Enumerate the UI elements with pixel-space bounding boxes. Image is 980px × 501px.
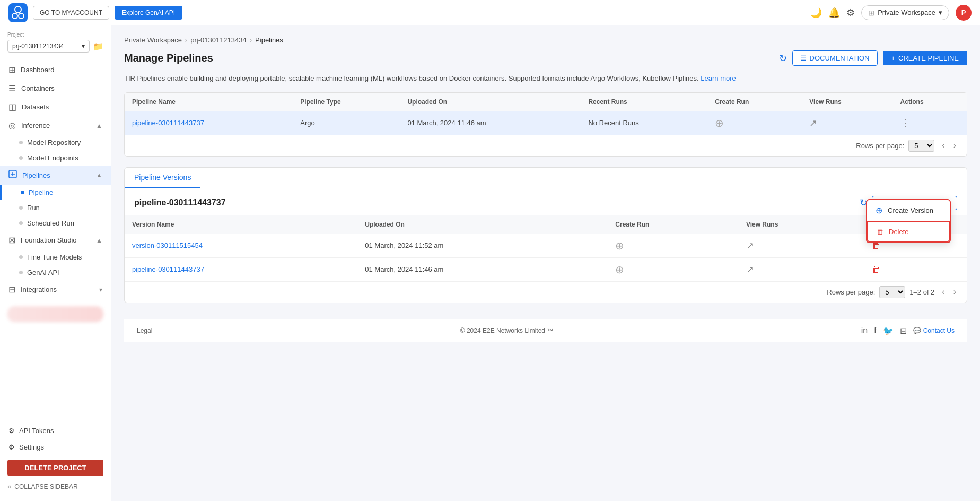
folder-icon[interactable]: 📁 — [93, 41, 103, 51]
version-create-run-icon-2[interactable]: ⊕ — [615, 264, 624, 275]
sidebar-item-label-inference: Inference — [21, 122, 50, 129]
versions-rows-per-page-select[interactable]: 5 10 — [879, 286, 905, 298]
sidebar-item-model-endpoints[interactable]: Model Endpoints — [0, 150, 111, 166]
sidebar-item-model-repository[interactable]: Model Repository — [0, 135, 111, 150]
integrations-expand-icon: ▾ — [99, 286, 102, 293]
sidebar-item-genai-api[interactable]: GenAI API — [0, 265, 111, 280]
sidebar-item-foundation-studio[interactable]: ⊠ Foundation Studio ▲ — [0, 231, 111, 249]
dark-mode-icon[interactable]: 🌙 — [810, 7, 822, 19]
collapse-sidebar-button[interactable]: « COLLAPSE SIDEBAR — [7, 480, 103, 493]
sidebar-item-datasets[interactable]: ◫ Datasets — [0, 98, 111, 116]
col-version-view-runs: View Runs — [739, 215, 864, 234]
cell-pipeline-name: pipeline-030111443737 — [125, 111, 293, 135]
row-actions-menu-icon[interactable]: ⋮ — [900, 118, 910, 128]
version-name-link-2[interactable]: pipeline-030111443737 — [132, 265, 204, 273]
delete-trash-icon: 🗑 — [877, 228, 883, 236]
versions-pagination-next-button[interactable]: › — [950, 286, 959, 298]
sidebar-item-dashboard[interactable]: ⊞ Dashboard — [0, 61, 111, 79]
project-label: Project — [7, 32, 103, 38]
cell-recent-runs: No Recent Runs — [581, 111, 707, 135]
sub-dot-model-repository — [19, 141, 23, 144]
versions-pagination-nav: ‹ › — [939, 286, 959, 298]
sub-dot-pipeline — [21, 191, 24, 194]
col-version-uploaded-on: Uploaded On — [357, 215, 608, 234]
view-runs-icon[interactable]: ↗ — [809, 118, 817, 128]
breadcrumb-project-id[interactable]: prj-013011213434 — [190, 36, 247, 44]
sidebar-item-api-tokens[interactable]: ⚙ API Tokens — [7, 422, 103, 439]
versions-rows-per-page-label: Rows per page: — [827, 288, 875, 296]
learn-more-link[interactable]: Learn more — [701, 74, 736, 82]
workspace-selector[interactable]: ⊞ Private Workspace ▾ — [861, 5, 949, 20]
settings-icon[interactable]: ⚙ — [846, 7, 855, 19]
version-create-run-icon-1[interactable]: ⊕ — [615, 240, 624, 252]
page-header-actions: ↻ ☰ DOCUMENTATION + CREATE PIPELINE — [779, 50, 967, 66]
pagination-prev-button[interactable]: ‹ — [939, 140, 948, 151]
table-row: version-030111515454 01 March, 2024 11:5… — [125, 234, 967, 257]
create-run-icon[interactable]: ⊕ — [715, 117, 724, 129]
sidebar-item-pipeline[interactable]: Pipeline — [0, 185, 111, 200]
breadcrumb-sep-2: › — [250, 36, 252, 44]
sidebar-item-run[interactable]: Run — [0, 200, 111, 215]
foundation-studio-expand-icon: ▲ — [96, 237, 102, 244]
api-tokens-icon: ⚙ — [8, 427, 15, 435]
sidebar-item-inference[interactable]: ◎ Inference ▲ — [0, 116, 111, 135]
blurred-content-area — [7, 306, 103, 322]
col-create-run: Create Run — [707, 93, 802, 111]
create-pipeline-button[interactable]: + CREATE PIPELINE — [883, 51, 968, 65]
sidebar-item-settings[interactable]: ⚙ Settings — [7, 439, 103, 455]
twitter-icon[interactable]: 🐦 — [883, 326, 894, 336]
delete-project-button[interactable]: DELETE PROJECT — [7, 460, 103, 476]
sidebar-item-label-integrations: Integrations — [21, 286, 57, 293]
create-pipeline-label: CREATE PIPELINE — [898, 54, 959, 62]
sidebar-item-integrations[interactable]: ⊟ Integrations ▾ — [0, 280, 111, 299]
version-view-runs-icon-2[interactable]: ↗ — [746, 264, 754, 275]
pipelines-table-header: Pipeline Name Pipeline Type Uploaded On … — [125, 93, 967, 111]
pipeline-name-link[interactable]: pipeline-030111443737 — [132, 119, 204, 127]
workspace-label: Private Workspace — [878, 8, 935, 16]
versions-pagination-prev-button[interactable]: ‹ — [939, 286, 948, 298]
tab-pipeline-versions[interactable]: Pipeline Versions — [125, 168, 200, 188]
sidebar-item-label-scheduled-run: Scheduled Run — [27, 219, 74, 227]
cell-actions: ⋮ — [893, 111, 967, 135]
sidebar-item-scheduled-run[interactable]: Scheduled Run — [0, 215, 111, 231]
project-select-row: prj-013011213434 ▾ 📁 — [7, 40, 103, 53]
version-name-link-1[interactable]: version-030111515454 — [132, 241, 203, 249]
sidebar-item-fine-tune-models[interactable]: Fine Tune Models — [0, 249, 111, 265]
footer-legal[interactable]: Legal — [137, 327, 152, 334]
col-uploaded-on: Uploaded On — [400, 93, 581, 111]
pipelines-expand-icon: ▲ — [96, 171, 102, 179]
context-menu-delete[interactable]: 🗑 Delete — [867, 221, 950, 242]
nav-section: ⊞ Dashboard ☰ Containers ◫ Datasets ◎ In… — [0, 57, 111, 302]
sidebar-item-pipelines[interactable]: Pipelines ▲ — [0, 166, 111, 185]
rows-per-page-select[interactable]: 5 10 — [908, 140, 934, 152]
notifications-icon[interactable]: 🔔 — [828, 7, 840, 19]
linkedin-icon[interactable]: in — [861, 326, 868, 335]
pagination-next-button[interactable]: › — [950, 140, 959, 151]
workspace-dropdown-icon: ▾ — [939, 8, 942, 16]
contact-us-link[interactable]: 💬 Contact Us — [913, 327, 955, 334]
version-view-runs-icon-1[interactable]: ↗ — [746, 240, 754, 251]
version-delete-icon-2[interactable]: 🗑 — [872, 265, 880, 274]
project-select-dropdown[interactable]: prj-013011213434 ▾ — [7, 40, 90, 53]
cell-uploaded-on: 01 March, 2024 11:46 am — [400, 111, 581, 135]
breadcrumb-private-workspace[interactable]: Private Workspace — [124, 36, 182, 44]
refresh-button[interactable]: ↻ — [779, 53, 787, 64]
sidebar-item-label-pipelines: Pipelines — [22, 171, 50, 179]
svg-point-0 — [15, 6, 21, 13]
sidebar-item-label-pipeline: Pipeline — [29, 188, 53, 196]
context-menu-create-version[interactable]: ⊕ Create Version — [867, 200, 950, 221]
versions-header-row: pipeline-030111443737 ↻ ⊕ CREATE VERSION — [125, 188, 967, 215]
user-avatar[interactable]: P — [956, 5, 972, 21]
sidebar-item-containers[interactable]: ☰ Containers — [0, 79, 111, 98]
explore-genai-button[interactable]: Explore GenAI API — [115, 6, 182, 20]
goto-myaccount-button[interactable]: GO TO MYACCOUNT — [33, 6, 109, 20]
main-layout: Project prj-013011213434 ▾ 📁 ⊞ Dashboard… — [0, 25, 980, 501]
rss-icon[interactable]: ⊟ — [900, 326, 907, 336]
col-recent-runs: Recent Runs — [581, 93, 707, 111]
collapse-left-icon: « — [7, 482, 11, 490]
facebook-icon[interactable]: f — [874, 326, 876, 335]
documentation-label: DOCUMENTATION — [810, 54, 870, 62]
versions-pagination: Rows per page: 5 10 1–2 of 2 ‹ › — [125, 282, 967, 303]
info-text: TIR Pipelines enable building and deploy… — [124, 73, 967, 84]
documentation-button[interactable]: ☰ DOCUMENTATION — [792, 50, 878, 66]
